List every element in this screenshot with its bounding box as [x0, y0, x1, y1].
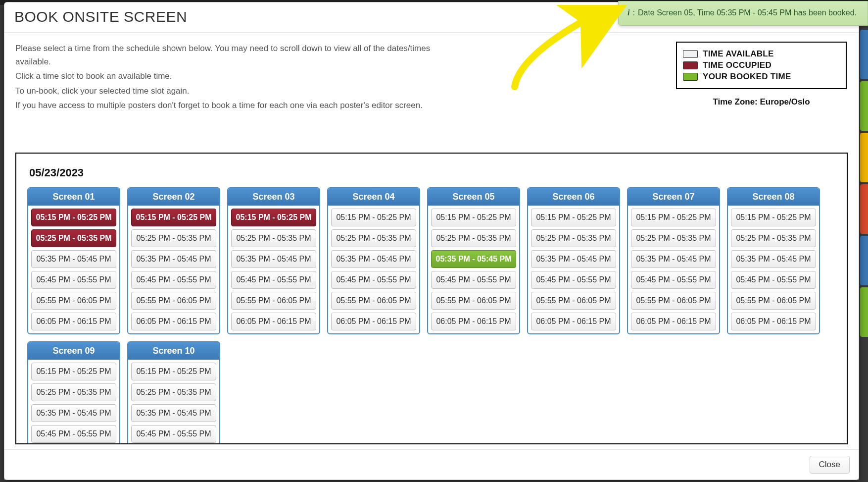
time-slot[interactable]: 05:45 PM - 05:55 PM [131, 425, 216, 443]
screen-header: Screen 06 [528, 188, 619, 206]
background-side-tab [860, 184, 868, 234]
screen-header: Screen 02 [128, 188, 219, 206]
time-slot[interactable]: 05:35 PM - 05:45 PM [131, 404, 216, 422]
time-slot[interactable]: 05:15 PM - 05:25 PM [231, 209, 316, 226]
book-onsite-screen-modal: BOOK ONSITE SCREEN Please select a time … [4, 2, 859, 480]
info-icon: i [627, 8, 629, 17]
time-slot[interactable]: 05:15 PM - 05:25 PM [731, 209, 816, 226]
screen-column: Screen 1005:15 PM - 05:25 PM05:25 PM - 0… [127, 341, 220, 443]
time-slot[interactable]: 05:35 PM - 05:45 PM [31, 250, 116, 268]
time-slot[interactable]: 05:25 PM - 05:35 PM [531, 229, 616, 247]
timezone-label: Time Zone: Europe/Oslo [676, 97, 847, 107]
time-slot[interactable]: 05:35 PM - 05:45 PM [131, 250, 216, 268]
slots-list: 05:15 PM - 05:25 PM05:25 PM - 05:35 PM05… [28, 360, 119, 443]
time-slot[interactable]: 05:35 PM - 05:45 PM [731, 250, 816, 268]
time-slot[interactable]: 05:25 PM - 05:35 PM [131, 229, 216, 247]
schedule-scroll[interactable]: 05/23/2023 Screen 0105:15 PM - 05:25 PM0… [16, 154, 847, 443]
screen-column: Screen 0905:15 PM - 05:25 PM05:25 PM - 0… [27, 341, 120, 443]
background-side-tab [860, 287, 868, 337]
legend-available: TIME AVAILABLE [683, 49, 840, 59]
time-slot[interactable]: 05:45 PM - 05:55 PM [31, 425, 116, 443]
time-slot[interactable]: 05:15 PM - 05:25 PM [131, 209, 216, 226]
background-side-tabs [860, 30, 868, 339]
schedule-container: 05/23/2023 Screen 0105:15 PM - 05:25 PM0… [15, 153, 848, 444]
time-slot[interactable]: 06:05 PM - 06:15 PM [631, 313, 716, 330]
time-slot[interactable]: 05:35 PM - 05:45 PM [531, 250, 616, 268]
time-slot[interactable]: 05:35 PM - 05:45 PM [431, 250, 516, 268]
screen-header: Screen 05 [428, 188, 519, 206]
time-slot[interactable]: 05:15 PM - 05:25 PM [331, 209, 416, 226]
screen-column: Screen 0505:15 PM - 05:25 PM05:25 PM - 0… [427, 187, 520, 334]
time-slot[interactable]: 05:25 PM - 05:35 PM [431, 229, 516, 247]
time-slot[interactable]: 05:25 PM - 05:35 PM [331, 229, 416, 247]
screen-column: Screen 0405:15 PM - 05:25 PM05:25 PM - 0… [327, 187, 420, 334]
time-slot[interactable]: 05:15 PM - 05:25 PM [31, 363, 116, 380]
instructions: Please select a time from the schedule s… [15, 42, 461, 113]
time-slot[interactable]: 05:55 PM - 06:05 PM [531, 292, 616, 310]
instruction-line: If you have access to multiple posters d… [15, 99, 461, 112]
time-slot[interactable]: 05:15 PM - 05:25 PM [631, 209, 716, 226]
time-slot[interactable]: 05:35 PM - 05:45 PM [31, 404, 116, 422]
time-slot[interactable]: 05:55 PM - 06:05 PM [31, 292, 116, 310]
swatch-available [683, 50, 698, 58]
screen-header: Screen 03 [228, 188, 319, 206]
time-slot[interactable]: 05:45 PM - 05:55 PM [31, 271, 116, 289]
time-slot[interactable]: 05:45 PM - 05:55 PM [131, 271, 216, 289]
time-slot[interactable]: 05:45 PM - 05:55 PM [231, 271, 316, 289]
time-slot[interactable]: 05:35 PM - 05:45 PM [231, 250, 316, 268]
close-button[interactable]: Close [810, 456, 850, 474]
slots-list: 05:15 PM - 05:25 PM05:25 PM - 05:35 PM05… [28, 206, 119, 333]
toast-text: Date Screen 05, Time 05:35 PM - 05:45 PM… [638, 8, 857, 17]
time-slot[interactable]: 06:05 PM - 06:15 PM [231, 313, 316, 330]
background-side-tab [860, 30, 868, 79]
slots-list: 05:15 PM - 05:25 PM05:25 PM - 05:35 PM05… [128, 360, 219, 443]
time-slot[interactable]: 06:05 PM - 06:15 PM [731, 313, 816, 330]
instruction-line: To un-book, click your selected time slo… [15, 84, 461, 98]
swatch-occupied [683, 61, 698, 69]
time-slot[interactable]: 06:05 PM - 06:15 PM [31, 313, 116, 330]
time-slot[interactable]: 05:25 PM - 05:35 PM [731, 229, 816, 247]
slots-list: 05:15 PM - 05:25 PM05:25 PM - 05:35 PM05… [428, 206, 519, 333]
time-slot[interactable]: 05:15 PM - 05:25 PM [431, 209, 516, 226]
time-slot[interactable]: 05:45 PM - 05:55 PM [431, 271, 516, 289]
swatch-booked [683, 73, 698, 81]
legend: TIME AVAILABLE TIME OCCUPIED YOUR BOOKED… [676, 42, 847, 89]
time-slot[interactable]: 05:25 PM - 05:35 PM [31, 383, 116, 401]
time-slot[interactable]: 05:45 PM - 05:55 PM [731, 271, 816, 289]
time-slot[interactable]: 05:35 PM - 05:45 PM [631, 250, 716, 268]
time-slot[interactable]: 05:45 PM - 05:55 PM [331, 271, 416, 289]
time-slot[interactable]: 05:15 PM - 05:25 PM [31, 209, 116, 226]
time-slot[interactable]: 05:55 PM - 06:05 PM [231, 292, 316, 310]
time-slot[interactable]: 05:35 PM - 05:45 PM [331, 250, 416, 268]
slots-list: 05:15 PM - 05:25 PM05:25 PM - 05:35 PM05… [228, 206, 319, 333]
legend-occupied: TIME OCCUPIED [683, 60, 840, 70]
slots-list: 05:15 PM - 05:25 PM05:25 PM - 05:35 PM05… [128, 206, 219, 333]
screen-column: Screen 0605:15 PM - 05:25 PM05:25 PM - 0… [527, 187, 620, 334]
schedule-date: 05/23/2023 [29, 166, 838, 179]
time-slot[interactable]: 06:05 PM - 06:15 PM [431, 313, 516, 330]
time-slot[interactable]: 05:25 PM - 05:35 PM [631, 229, 716, 247]
time-slot[interactable]: 05:45 PM - 05:55 PM [531, 271, 616, 289]
time-slot[interactable]: 05:55 PM - 06:05 PM [731, 292, 816, 310]
screen-column: Screen 0105:15 PM - 05:25 PM05:25 PM - 0… [27, 187, 120, 334]
screen-header: Screen 10 [128, 342, 219, 360]
time-slot[interactable]: 05:45 PM - 05:55 PM [631, 271, 716, 289]
time-slot[interactable]: 06:05 PM - 06:15 PM [331, 313, 416, 330]
modal-footer: Close [4, 449, 859, 480]
time-slot[interactable]: 05:25 PM - 05:35 PM [231, 229, 316, 247]
time-slot[interactable]: 05:15 PM - 05:25 PM [131, 363, 216, 380]
slots-list: 05:15 PM - 05:25 PM05:25 PM - 05:35 PM05… [628, 206, 719, 333]
time-slot[interactable]: 05:25 PM - 05:35 PM [31, 229, 116, 247]
background-side-tab [860, 236, 868, 285]
time-slot[interactable]: 05:15 PM - 05:25 PM [531, 209, 616, 226]
screen-column: Screen 0205:15 PM - 05:25 PM05:25 PM - 0… [127, 187, 220, 334]
time-slot[interactable]: 06:05 PM - 06:15 PM [531, 313, 616, 330]
time-slot[interactable]: 06:05 PM - 06:15 PM [131, 313, 216, 330]
time-slot[interactable]: 05:55 PM - 06:05 PM [631, 292, 716, 310]
background-side-tab [860, 81, 868, 131]
success-toast: i: Date Screen 05, Time 05:35 PM - 05:45… [618, 1, 868, 26]
time-slot[interactable]: 05:55 PM - 06:05 PM [331, 292, 416, 310]
time-slot[interactable]: 05:25 PM - 05:35 PM [131, 383, 216, 401]
time-slot[interactable]: 05:55 PM - 06:05 PM [431, 292, 516, 310]
time-slot[interactable]: 05:55 PM - 06:05 PM [131, 292, 216, 310]
